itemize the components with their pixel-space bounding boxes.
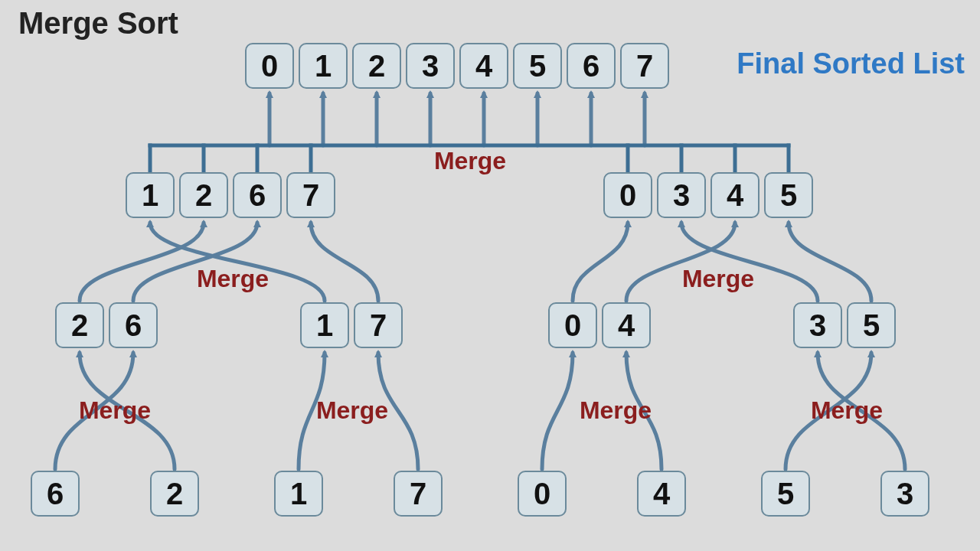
cell: 7 xyxy=(620,43,669,89)
cell: 4 xyxy=(637,471,686,517)
merge-label-bot-4: Merge xyxy=(811,396,883,425)
cell: 1 xyxy=(274,471,323,517)
cell: 1 xyxy=(299,43,348,89)
final-sorted-label: Final Sorted List xyxy=(737,47,965,80)
cell: 5 xyxy=(513,43,562,89)
merge-label-bot-3: Merge xyxy=(580,396,652,425)
cell: 2 xyxy=(179,172,228,218)
cell: 0 xyxy=(518,471,567,517)
merge-label-bot-2: Merge xyxy=(316,396,388,425)
cell: 1 xyxy=(126,172,175,218)
cell: 1 xyxy=(300,302,349,348)
cell: 4 xyxy=(710,172,760,218)
merge-label-bot-1: Merge xyxy=(79,396,151,425)
cell: 6 xyxy=(233,172,282,218)
cell: 7 xyxy=(354,302,403,348)
merge-label-mid-left: Merge xyxy=(197,265,269,293)
cell: 2 xyxy=(150,471,199,517)
cell: 5 xyxy=(761,471,810,517)
cell: 0 xyxy=(548,302,597,348)
merge-label-mid-right: Merge xyxy=(682,265,754,293)
cell: 6 xyxy=(31,471,80,517)
cell: 3 xyxy=(793,302,842,348)
cell: 3 xyxy=(880,471,929,517)
cell: 7 xyxy=(286,172,335,218)
cell: 2 xyxy=(55,302,104,348)
cell: 3 xyxy=(657,172,706,218)
cell: 0 xyxy=(603,172,652,218)
cell: 4 xyxy=(459,43,508,89)
diagram-stage: Merge Sort Final Sorted List Merge Merge… xyxy=(0,0,980,551)
cell: 7 xyxy=(394,471,443,517)
cell: 5 xyxy=(764,172,813,218)
cell: 3 xyxy=(406,43,455,89)
merge-label-top: Merge xyxy=(434,147,506,175)
cell: 6 xyxy=(109,302,158,348)
page-title: Merge Sort xyxy=(18,6,178,41)
cell: 4 xyxy=(602,302,651,348)
cell: 0 xyxy=(245,43,294,89)
cell: 6 xyxy=(567,43,616,89)
cell: 2 xyxy=(352,43,401,89)
cell: 5 xyxy=(847,302,896,348)
